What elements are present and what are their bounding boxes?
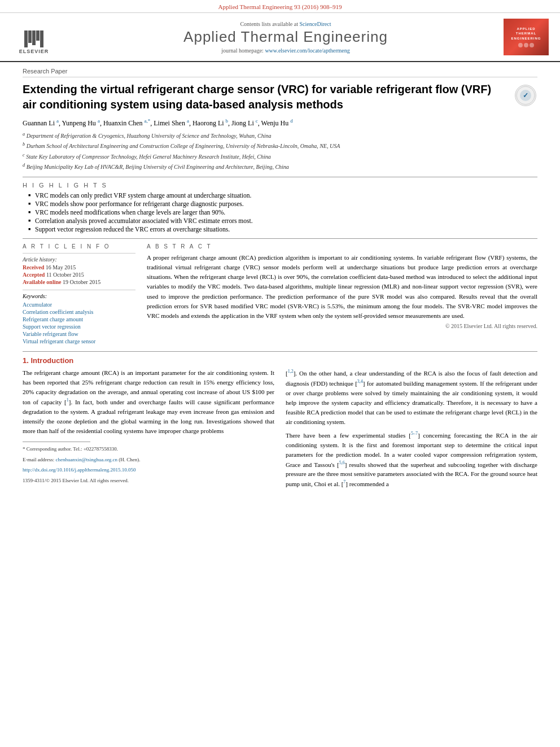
journal-header: ELSEVIER Contents lists available at Sci… [0,13,560,62]
keyword-5: Variable refrigerant flow [23,331,135,337]
highlights-header: H I G H L I G H T S [23,182,537,189]
intro-two-col: The refrigerant charge amount (RCA) is a… [23,368,537,492]
elsevier-logo: ELSEVIER [11,20,56,54]
intro-para-1: The refrigerant charge amount (RCA) is a… [23,368,274,436]
intro-section-title: 1. Introduction [23,356,537,365]
article-info-abstract-section: A R T I C L E I N F O Article history: R… [23,238,537,346]
highlights-section: H I G H L I G H T S VRC models can only … [23,182,537,233]
affiliation-a: a Department of Refrigeration & Cryogeni… [23,131,537,140]
paper-type-label: Research Paper [23,68,537,77]
divider-highlights [23,177,537,177]
footnote-corresponding: * Corresponding author. Tel.: +022787558… [23,445,274,463]
doi-link[interactable]: http://dx.doi.org/10.1016/j.applthermale… [23,467,136,473]
affiliation-c: c State Key Laboratory of Compressor Tec… [23,152,537,161]
highlight-item-5: Support vector regression reduced the VR… [28,226,537,233]
footnote-email: E-mail address: chenhuanxin@tsinghua.org… [23,456,274,464]
email-link[interactable]: chenhuanxin@tsinghua.org.cn [55,457,117,462]
crossmark-icon: ✓ [515,85,536,106]
author-names: Guannan Li a, Yunpeng Hu a, Huanxin Chen… [23,119,293,127]
keyword-2: Correlation coefficient analysis [23,309,135,315]
copyright-line: © 2015 Elsevier Ltd. All rights reserved… [147,323,537,329]
highlight-item-2: VRC models show poor performance for ref… [28,200,537,207]
contents-available-label: Contents lists available at ScienceDirec… [68,21,504,27]
article-history: Article history: Received 16 May 2015 Ac… [23,253,135,285]
intro-col-left: The refrigerant charge amount (RCA) is a… [23,368,274,492]
keyword-4: Support vector regression [23,324,135,330]
paper-title-section: Extending the virtual refrigerant charge… [23,82,537,112]
main-content: Research Paper Extending the virtual ref… [0,62,560,498]
highlight-item-3: VRC models need modifications when charg… [28,209,537,216]
affiliations: a Department of Refrigeration & Cryogeni… [23,131,537,171]
abstract-header: A B S T R A C T [147,243,537,250]
journal-citation-bar: Applied Thermal Engineering 93 (2016) 90… [0,0,560,13]
journal-title: Applied Thermal Engineering [68,28,504,46]
footnote-doi: http://dx.doi.org/10.1016/j.applthermale… [23,466,274,484]
affiliation-d: d Beijing Municipality Key Lab of HVAC&R… [23,162,537,171]
introduction-section: 1. Introduction The refrigerant charge a… [23,351,537,492]
highlights-list: VRC models can only predict VRF system c… [23,192,537,233]
keyword-3: Refrigerant charge amount [23,316,135,322]
intro-para-3: There have been a few experimental studi… [286,430,537,489]
abstract-text: A proper refrigerant charge amount (RCA)… [147,253,537,320]
abstract-column: A B S T R A C T A proper refrigerant cha… [147,243,537,346]
article-info-header: A R T I C L E I N F O [23,243,135,250]
intro-col-right: [1,2]. On the other hand, a clear unders… [286,368,537,492]
homepage-link[interactable]: www.elsevier.com/locate/apthermeng [265,47,349,54]
keyword-6: Virtual refrigerant charge sensor [23,338,135,344]
affiliation-b: b Durham School of Architectural Enginee… [23,141,537,150]
journal-homepage: journal homepage: www.elsevier.com/locat… [68,47,504,54]
sciencedirect-link[interactable]: ScienceDirect [299,21,331,27]
keywords-section: Keywords: Accumulator Correlation coeffi… [23,290,135,344]
highlight-item-4: Correlation analysis proved accumulator … [28,217,537,224]
keyword-1: Accumulator [23,302,135,308]
footnote-divider [23,442,90,442]
article-info-column: A R T I C L E I N F O Article history: R… [23,243,135,346]
svg-text:✓: ✓ [523,91,528,99]
journal-logo-right: APPLIEDTHERMALENGINEERING [504,19,549,55]
citation-text: Applied Thermal Engineering 93 (2016) 90… [218,3,342,10]
journal-center-info: Contents lists available at ScienceDirec… [68,21,504,54]
authors-line: Guannan Li a, Yunpeng Hu a, Huanxin Chen… [23,118,537,128]
highlight-item-1: VRC models can only predict VRF system c… [28,192,537,199]
intro-para-2: [1,2]. On the other hand, a clear unders… [286,368,537,427]
keywords-label: Keywords: [23,293,135,299]
paper-title: Extending the virtual refrigerant charge… [23,82,506,112]
crossmark-logo: ✓ [515,85,537,106]
